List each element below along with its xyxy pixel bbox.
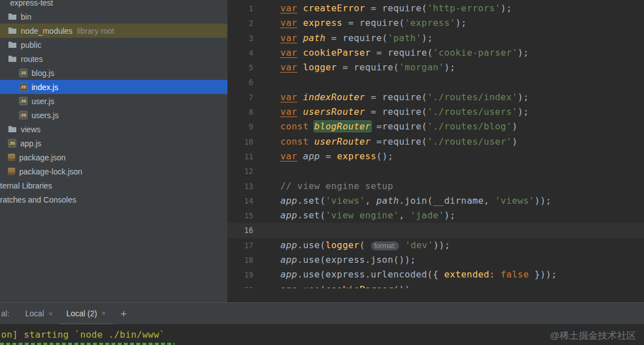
folder-icon (8, 126, 17, 133)
js-file-icon: JS (19, 83, 28, 91)
tree-item-label: index.js (32, 83, 58, 92)
line-number[interactable]: 2 (227, 16, 265, 30)
tree-item-ratches-and-consoles[interactable]: ratches and Consoles (0, 192, 227, 207)
tree-item-label: views (21, 125, 41, 134)
js-file-icon: JS (19, 111, 28, 119)
tree-item-label: package.json (19, 153, 66, 162)
tree-item-views[interactable]: views (0, 122, 227, 136)
tree-item-bin[interactable]: bin (0, 10, 227, 24)
code-line-16[interactable]: 16 (227, 223, 644, 238)
line-number[interactable]: 4 (227, 46, 265, 60)
code-text (265, 164, 280, 178)
tree-item-package-json[interactable]: package.json (0, 150, 227, 164)
line-number[interactable]: 17 (227, 238, 265, 253)
search-highlight: blogRouter (314, 121, 370, 132)
line-number[interactable]: 3 (227, 31, 265, 46)
line-number[interactable]: 15 (227, 208, 265, 223)
code-line-18[interactable]: 18app.use(express.json()); (227, 253, 644, 267)
tree-item-app-js[interactable]: JSapp.js (0, 136, 227, 150)
line-number[interactable]: 20 (227, 283, 265, 288)
close-icon[interactable]: × (48, 310, 53, 318)
code-line-6[interactable]: 6 (227, 75, 644, 89)
terminal-panel: al: Local×Local (2)× + on] starting `nod… (0, 302, 644, 345)
code-line-11[interactable]: 11var app = express(); (227, 149, 644, 164)
line-number[interactable]: 10 (227, 135, 265, 149)
line-number[interactable]: 1 (227, 1, 265, 16)
tree-item-suffix: library root (77, 26, 114, 35)
code-line-20[interactable]: 20app.use(cookieParser()); (227, 283, 644, 288)
code-line-12[interactable]: 12 (227, 164, 644, 178)
new-tab-button[interactable]: + (120, 308, 127, 319)
tree-item-label: ternal Libraries (0, 181, 52, 190)
code-text: app.set('view engine', 'jade'); (265, 208, 455, 223)
tree-item-user-js[interactable]: JSuser.js (0, 94, 227, 108)
package-json-icon (8, 154, 15, 161)
code-text: var cookieParser = require('cookie-parse… (265, 46, 529, 60)
code-line-9[interactable]: 9const blogRouter =require('./routes/blo… (227, 119, 644, 134)
code-line-5[interactable]: 5var logger = require('morgan'); (227, 60, 644, 75)
tree-item-label: users.js (32, 111, 59, 120)
project-sidebar: express-testbinnode_moduleslibrary rootp… (0, 0, 227, 302)
tree-item-label: blog.js (32, 69, 54, 78)
package-json-icon (8, 168, 15, 175)
code-text: app.use(cookieParser()); (265, 283, 416, 288)
code-line-19[interactable]: 19app.use(express.urlencoded({ extended:… (227, 267, 644, 282)
line-number[interactable]: 6 (227, 75, 265, 89)
code-line-7[interactable]: 7var indexRouter = require('./routes/ind… (227, 90, 644, 105)
code-clip: 1var createError = require('http-errors'… (227, 0, 644, 288)
line-number[interactable]: 5 (227, 60, 265, 75)
tree-item-label: routes (21, 55, 43, 64)
tree-item-label: ratches and Consoles (0, 195, 76, 204)
line-number[interactable]: 19 (227, 267, 265, 282)
code-line-1[interactable]: 1var createError = require('http-errors'… (227, 1, 644, 16)
code-text: app.use(express.json()); (265, 253, 416, 267)
tree-item-express-test[interactable]: express-test (0, 0, 227, 10)
watermark: @稀土掘金技术社区 (550, 329, 636, 342)
editor-pane[interactable]: 1var createError = require('http-errors'… (227, 0, 644, 302)
code-line-17[interactable]: 17app.use(logger( format: 'dev')); (227, 238, 644, 253)
ide-window: express-testbinnode_moduleslibrary rootp… (0, 0, 644, 345)
line-number[interactable]: 11 (227, 149, 265, 164)
tree-item-blog-js[interactable]: JSblog.js (0, 66, 227, 80)
line-number[interactable]: 9 (227, 119, 265, 134)
code-line-13[interactable]: 13// view engine setup (227, 179, 644, 194)
code-line-10[interactable]: 10const userRouter =require('./routes/us… (227, 135, 644, 149)
folder-icon (8, 13, 17, 20)
line-number[interactable]: 8 (227, 105, 265, 119)
code-line-15[interactable]: 15app.set('view engine', 'jade'); (227, 208, 644, 223)
terminal-output[interactable]: on] starting `node ./bin/www` @稀土掘金技术社区 (0, 324, 644, 345)
line-number[interactable]: 13 (227, 179, 265, 194)
code-line-8[interactable]: 8var usersRouter = require('./routes/use… (227, 105, 644, 119)
close-icon[interactable]: × (101, 309, 106, 317)
tab-label: Local (2) (66, 309, 97, 318)
terminal-tab-local[interactable]: Local× (19, 303, 60, 324)
tree-item-public[interactable]: public (0, 38, 227, 52)
terminal-output-line: on] starting `node ./bin/www` (1, 329, 165, 340)
tree-item-ternal-libraries[interactable]: ternal Libraries (0, 178, 227, 192)
tree-item-label: package-lock.json (19, 167, 82, 176)
code-line-2[interactable]: 2var express = require('express'); (227, 16, 644, 30)
code-text: var app = express(); (265, 149, 393, 164)
line-number[interactable]: 14 (227, 194, 265, 208)
tree-item-label: public (21, 41, 42, 50)
code-line-4[interactable]: 4var cookieParser = require('cookie-pars… (227, 46, 644, 60)
tree-item-index-js[interactable]: JSindex.js (0, 80, 227, 94)
code-text: var express = require('express'); (265, 16, 467, 30)
js-file-icon: JS (8, 139, 16, 147)
code-line-3[interactable]: 3var path = require('path'); (227, 31, 644, 46)
line-number[interactable]: 16 (227, 223, 265, 238)
parameter-hint: format: (371, 241, 400, 250)
code-text: const userRouter =require('./routes/user… (265, 135, 517, 149)
terminal-tab-local-2[interactable]: Local (2)× (60, 303, 113, 324)
line-number[interactable]: 7 (227, 90, 265, 105)
tree-item-package-lock-json[interactable]: package-lock.json (0, 164, 227, 178)
folder-icon (8, 55, 17, 62)
tree-item-node-modules[interactable]: node_moduleslibrary root (0, 24, 227, 38)
terminal-tab-bar: al: Local×Local (2)× + (0, 303, 644, 324)
code-area[interactable]: 1var createError = require('http-errors'… (227, 0, 644, 288)
line-number[interactable]: 18 (227, 253, 265, 267)
code-line-14[interactable]: 14app.set('views', path.join(__dirname, … (227, 194, 644, 208)
tree-item-routes[interactable]: routes (0, 52, 227, 66)
tree-item-users-js[interactable]: JSusers.js (0, 108, 227, 122)
line-number[interactable]: 12 (227, 164, 265, 178)
